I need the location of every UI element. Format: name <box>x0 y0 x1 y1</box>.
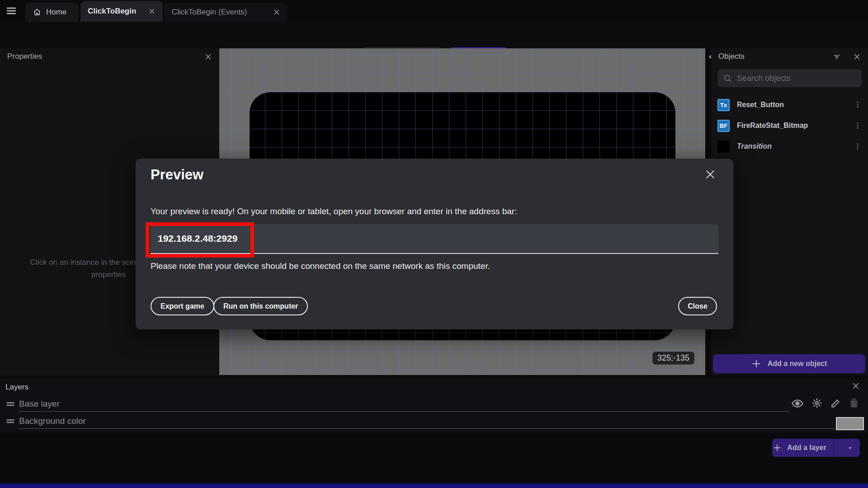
layer-visibility-eye-icon[interactable] <box>791 397 804 410</box>
layers-panel-title: Layers <box>5 383 28 392</box>
search-icon <box>723 74 732 83</box>
properties-close-icon[interactable] <box>204 53 212 61</box>
tab-scene-label: ClickToBegin <box>88 7 136 16</box>
main-menu-button[interactable] <box>4 5 19 17</box>
tab-events-label: ClickToBegin (Events) <box>172 8 247 17</box>
layer-edit-pencil-icon[interactable] <box>830 397 842 409</box>
drag-handle-icon[interactable] <box>5 399 15 409</box>
app-window: Home ClickToBegin ClickToBegin (Events) … <box>0 0 868 488</box>
dialog-title: Preview <box>151 167 203 183</box>
layer-name-underline <box>19 428 863 429</box>
tab-events[interactable]: ClickToBegin (Events) <box>165 3 288 22</box>
object-menu-dots-icon[interactable] <box>854 142 862 150</box>
tab-events-close-icon[interactable] <box>273 9 280 16</box>
export-game-button[interactable]: Export game <box>151 297 214 315</box>
plus-icon <box>751 359 761 369</box>
tab-bar: Home ClickToBegin ClickToBegin (Events) <box>0 0 868 22</box>
layer-effects-icon[interactable] <box>811 397 823 409</box>
objects-search-box[interactable] <box>717 69 862 87</box>
preview-address-field[interactable] <box>151 224 718 254</box>
objects-panel-title: Objects <box>718 52 745 61</box>
add-layer-button[interactable]: Add a layer <box>772 443 827 452</box>
object-menu-dots-icon[interactable] <box>854 101 862 109</box>
add-new-object-label: Add a new object <box>768 360 827 368</box>
text-object-icon: Tx <box>717 99 730 111</box>
add-new-object-button[interactable]: Add a new object <box>713 354 865 373</box>
bottom-status-strip <box>0 483 868 488</box>
divider <box>833 439 834 457</box>
scene-toolbar: Preview Publish <box>0 22 868 48</box>
layer-name-field[interactable]: Base layer <box>19 399 60 409</box>
layer-row-background-color[interactable]: Background color <box>0 413 868 429</box>
tab-home[interactable]: Home <box>25 3 79 22</box>
tab-scene[interactable]: ClickToBegin <box>80 1 163 22</box>
sprite-object-icon <box>717 141 730 153</box>
dialog-close-icon[interactable] <box>704 169 716 180</box>
object-item-transition[interactable]: Transition <box>711 137 868 156</box>
dialog-note: Please note that your device should be c… <box>151 261 490 271</box>
add-layer-split-button[interactable]: Add a layer <box>772 439 860 457</box>
objects-panel: Objects Tx Reset_Button BF FireRateStat_… <box>711 48 868 375</box>
layers-panel: Layers Base layer Background color <box>0 379 868 433</box>
object-name: FireRateStat_Bitmap <box>737 122 808 130</box>
dialog-message: Your preview is ready! On your mobile or… <box>151 206 517 216</box>
add-layer-options-caret[interactable] <box>840 445 860 451</box>
preview-dialog: Preview Your preview is ready! On your m… <box>136 159 733 329</box>
drag-handle-icon[interactable] <box>5 416 15 426</box>
layers-close-icon[interactable] <box>852 382 860 390</box>
objects-filter-icon[interactable] <box>832 52 841 61</box>
preview-address-input[interactable] <box>151 233 718 244</box>
cursor-coordinates-badge: 325;-135 <box>652 352 694 365</box>
object-name: Reset_Button <box>737 101 784 109</box>
object-item-reset-button[interactable]: Tx Reset_Button <box>711 95 868 114</box>
object-name: Transition <box>737 142 772 150</box>
close-dialog-button[interactable]: Close <box>678 297 717 315</box>
properties-panel-title: Properties <box>7 52 42 61</box>
run-on-this-computer-button[interactable]: Run on this computer <box>213 297 308 315</box>
bitmap-font-object-icon: BF <box>717 120 730 132</box>
object-menu-dots-icon[interactable] <box>854 122 862 130</box>
home-icon <box>33 8 42 17</box>
plus-icon <box>773 443 782 452</box>
layer-name-field[interactable]: Background color <box>19 416 86 426</box>
tab-scene-close-icon[interactable] <box>148 8 156 15</box>
object-item-fireratestat-bitmap[interactable]: BF FireRateStat_Bitmap <box>711 116 868 135</box>
tab-home-label: Home <box>46 8 66 17</box>
objects-search-input[interactable] <box>737 74 856 83</box>
layer-name-underline <box>19 411 789 412</box>
hamburger-icon <box>5 5 18 16</box>
layer-delete-trash-icon[interactable] <box>848 397 860 409</box>
layer-row-base[interactable]: Base layer <box>0 396 868 412</box>
caret-down-icon <box>847 445 853 451</box>
objects-close-icon[interactable] <box>853 53 861 61</box>
add-layer-label: Add a layer <box>787 444 826 452</box>
background-color-swatch[interactable] <box>836 417 864 430</box>
